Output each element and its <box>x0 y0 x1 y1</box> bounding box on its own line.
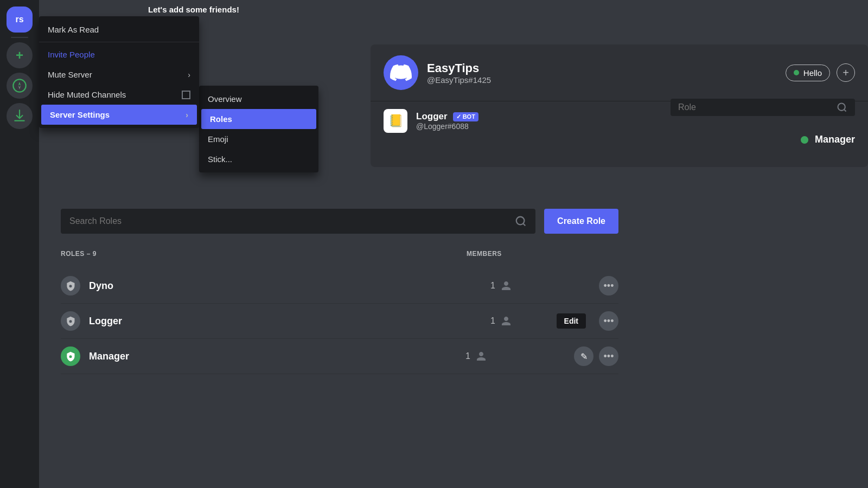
role-shield-icon-manager <box>61 346 80 366</box>
role-more-button-dyno[interactable]: ••• <box>599 276 618 296</box>
user-tag: @EasyTips#1425 <box>427 75 777 85</box>
role-search-input[interactable] <box>678 102 831 112</box>
settings-submenu-overview[interactable]: Overview <box>199 89 318 109</box>
role-search <box>671 99 855 116</box>
role-color-dot <box>801 136 808 144</box>
shield-icon <box>65 280 76 291</box>
role-name-logger: Logger <box>89 316 490 327</box>
main-content: Create Role ROLES – 9 MEMBERS Dyno 1 ••• <box>39 192 640 488</box>
person-icon <box>501 316 512 326</box>
role-name: Manager <box>815 134 855 145</box>
roles-table-header: ROLES – 9 MEMBERS <box>61 250 618 262</box>
bot-badge: ✓ BOT <box>453 112 478 121</box>
search-roles-input[interactable] <box>69 216 508 226</box>
svg-point-7 <box>69 355 72 358</box>
search-create-row: Create Role <box>61 209 618 234</box>
context-menu-hide-muted[interactable]: Hide Muted Channels <box>39 85 199 105</box>
members-column-header: MEMBERS <box>467 250 575 258</box>
table-row: Logger 1 Edit ••• <box>61 304 618 339</box>
search-roles-wrap <box>61 209 535 234</box>
discord-icon <box>390 62 412 84</box>
role-more-button-logger[interactable]: ••• <box>599 311 618 331</box>
create-role-button[interactable]: Create Role <box>544 209 618 234</box>
roles-count-label: ROLES – 9 <box>61 250 467 258</box>
hide-muted-checkbox[interactable] <box>182 91 190 99</box>
user-name: EasyTips <box>427 61 777 75</box>
online-status-dot <box>794 70 799 75</box>
svg-point-3 <box>838 104 845 111</box>
role-shield-icon-logger <box>61 311 80 331</box>
server-icons-bar: rs + <box>0 0 39 488</box>
role-actions-logger: Edit ••• <box>599 311 618 331</box>
add-button[interactable]: + <box>837 63 855 82</box>
role-actions-dyno: ••• <box>599 276 618 296</box>
download-icon <box>12 109 27 123</box>
settings-submenu-emoji[interactable]: Emoji <box>199 129 318 149</box>
role-name-dyno: Dyno <box>89 280 490 292</box>
server-icon-download[interactable] <box>7 103 33 129</box>
person-icon <box>476 351 487 362</box>
server-settings-arrow-icon: › <box>186 111 188 119</box>
role-shield-icon <box>61 276 80 296</box>
svg-marker-1 <box>18 82 21 86</box>
user-avatar <box>384 55 418 90</box>
context-menu: Mark As Read Invite People Mute Server ›… <box>39 16 199 128</box>
svg-point-0 <box>13 79 25 92</box>
context-menu-server-settings[interactable]: Server Settings › <box>41 105 197 125</box>
svg-marker-2 <box>18 86 21 89</box>
role-edit-button-manager[interactable]: ✎ <box>574 346 593 366</box>
edit-tooltip: Edit <box>557 313 586 329</box>
settings-submenu-roles[interactable]: Roles <box>201 109 316 129</box>
search-roles-icon <box>515 215 527 227</box>
shield-icon <box>65 316 76 326</box>
role-search-icon <box>837 102 847 113</box>
svg-point-4 <box>516 217 525 225</box>
user-header: EasyTips @EasyTips#1425 Hello + <box>371 44 868 101</box>
role-actions-manager: ✎ ••• <box>574 346 618 366</box>
user-info: EasyTips @EasyTips#1425 <box>427 61 777 85</box>
hello-badge[interactable]: Hello <box>786 65 830 81</box>
compass-icon <box>12 78 27 93</box>
context-menu-invite-people[interactable]: Invite People <box>39 44 199 65</box>
role-manager: Manager <box>801 134 855 145</box>
role-name-manager: Manager <box>89 351 465 362</box>
server-icon-rs[interactable]: rs <box>7 7 33 33</box>
settings-submenu-sticker[interactable]: Stick... <box>199 149 318 169</box>
member-avatar: 📒 <box>384 109 407 133</box>
context-menu-mark-as-read[interactable]: Mark As Read <box>39 20 199 40</box>
person-icon <box>501 280 512 291</box>
settings-submenu: Overview Roles Emoji Stick... <box>199 86 318 172</box>
mute-server-arrow-icon: › <box>188 70 190 79</box>
server-icon-compass[interactable] <box>7 73 33 99</box>
table-row: Manager 1 ✎ ••• <box>61 339 618 374</box>
shield-icon <box>65 351 76 362</box>
svg-point-6 <box>69 320 72 323</box>
role-member-count-dyno: 1 <box>490 280 599 291</box>
table-row: Dyno 1 ••• <box>61 268 618 304</box>
role-member-count-manager: 1 <box>465 351 574 362</box>
server-icon-divider <box>11 37 28 38</box>
right-panel: EasyTips @EasyTips#1425 Hello + 📒 Logger… <box>371 44 868 167</box>
role-more-button-manager[interactable]: ••• <box>599 346 618 366</box>
member-tag: @Logger#6088 <box>416 122 855 131</box>
server-icon-add[interactable]: + <box>7 42 33 68</box>
svg-point-5 <box>69 285 72 287</box>
user-header-right: Hello + <box>786 63 855 82</box>
context-menu-mute-server[interactable]: Mute Server › <box>39 65 199 85</box>
context-menu-divider-1 <box>39 42 199 42</box>
